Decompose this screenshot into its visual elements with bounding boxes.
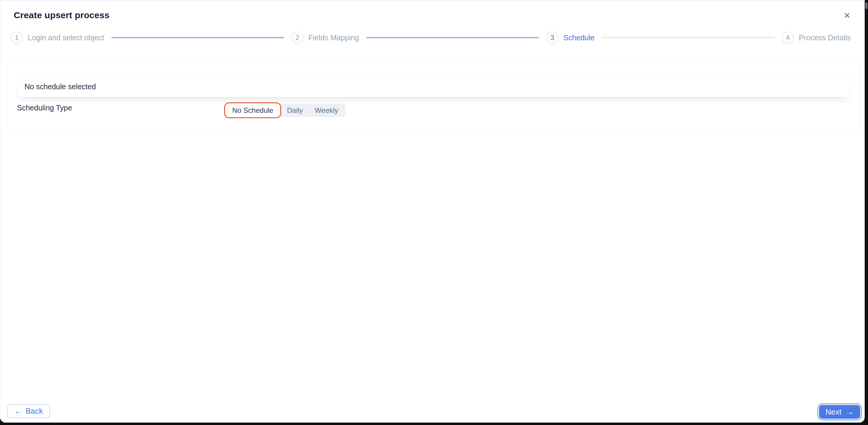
step-number-badge: 2 [291,32,303,43]
create-upsert-process-dialog: Create upsert process × 1 Login and sele… [0,0,865,423]
step-fields-mapping[interactable]: 2 Fields Mapping [291,32,359,43]
scheduling-type-label: Scheduling Type [17,103,72,112]
close-icon: × [844,9,850,22]
step-label: Login and select object [28,33,104,42]
step-number-badge: 4 [782,32,794,43]
scrollbar[interactable] [865,2,867,9]
divider [17,101,850,101]
step-number-badge: 1 [11,32,23,43]
step-label: Schedule [563,33,594,42]
next-button-label: Next [826,407,841,417]
option-weekly[interactable]: Weekly [309,103,344,117]
schedule-summary-text: No schedule selected [25,82,96,91]
wizard-stepper: 1 Login and select object 2 Fields Mappi… [0,32,861,43]
close-button[interactable]: × [839,8,855,23]
scheduling-type-segmented-control: No Schedule Daily Weekly [225,103,345,117]
option-no-schedule[interactable]: No Schedule [226,104,279,116]
option-daily[interactable]: Daily [281,103,309,117]
back-button[interactable]: ← Back [7,404,50,418]
step-number-badge: 3 [546,32,558,43]
schedule-summary-box: No schedule selected [17,76,850,97]
stepper-connector [111,37,284,38]
step-label: Process Details [799,33,851,42]
page-title: Create upsert process [14,10,110,20]
schedule-panel: No schedule selected Scheduling Type No … [7,62,860,130]
arrow-left-icon: ← [14,407,22,415]
stepper-connector [366,37,539,38]
step-label: Fields Mapping [308,33,359,42]
next-button[interactable]: Next → [819,405,860,419]
stepper-connector [602,37,775,38]
step-process-details[interactable]: 4 Process Details [782,32,851,43]
step-login-and-select-object[interactable]: 1 Login and select object [11,32,104,43]
step-schedule[interactable]: 3 Schedule [546,32,594,43]
back-button-label: Back [26,406,43,416]
arrow-right-icon: → [846,408,854,416]
